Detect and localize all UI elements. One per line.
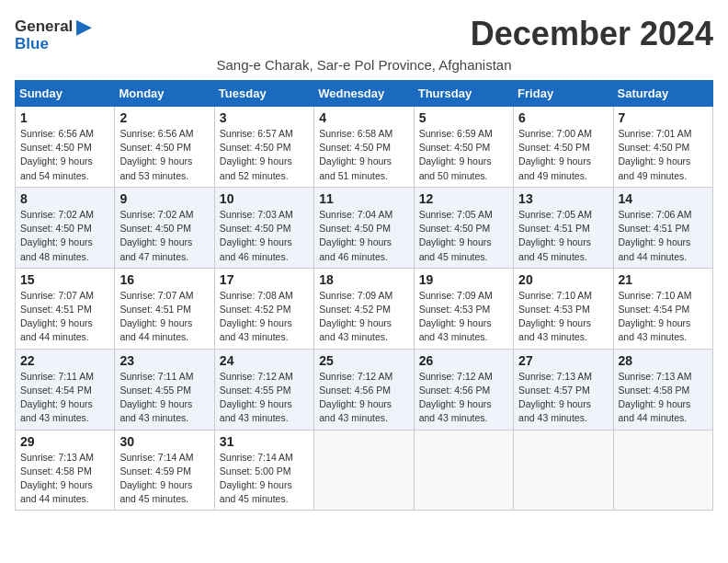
header: General ▶ Blue December 2024 [15,15,713,53]
day-info: Sunrise: 7:07 AM Sunset: 4:51 PM Dayligh… [119,289,209,345]
day-number: 13 [518,191,608,206]
day-info: Sunrise: 7:13 AM Sunset: 4:57 PM Dayligh… [518,370,608,426]
day-info: Sunrise: 7:14 AM Sunset: 4:59 PM Dayligh… [119,451,209,507]
day-number: 30 [119,434,209,449]
day-number: 16 [119,272,209,287]
day-number: 6 [518,110,608,125]
day-number: 1 [20,110,109,125]
day-info: Sunrise: 7:05 AM Sunset: 4:50 PM Dayligh… [419,208,508,264]
day-number: 21 [619,272,708,287]
header-thursday: Thursday [414,81,513,107]
day-info: Sunrise: 7:13 AM Sunset: 4:58 PM Dayligh… [619,370,708,426]
day-info: Sunrise: 7:10 AM Sunset: 4:54 PM Dayligh… [619,289,708,345]
calendar-body: 1 Sunrise: 6:56 AM Sunset: 4:50 PM Dayli… [16,107,713,511]
calendar-week-1: 1 Sunrise: 6:56 AM Sunset: 4:50 PM Dayli… [16,107,713,188]
day-number: 14 [619,191,708,206]
calendar-week-4: 22 Sunrise: 7:11 AM Sunset: 4:54 PM Dayl… [16,349,713,430]
calendar-cell: 26 Sunrise: 7:12 AM Sunset: 4:56 PM Dayl… [414,349,513,430]
calendar-cell: 5 Sunrise: 6:59 AM Sunset: 4:50 PM Dayli… [414,107,513,188]
calendar-week-2: 8 Sunrise: 7:02 AM Sunset: 4:50 PM Dayli… [16,187,713,268]
day-number: 19 [419,272,508,287]
page-container: General ▶ Blue December 2024 Sang-e Char… [15,15,713,511]
header-monday: Monday [115,81,214,107]
day-number: 11 [319,191,408,206]
day-info: Sunrise: 7:14 AM Sunset: 5:00 PM Dayligh… [220,451,309,507]
calendar-table: Sunday Monday Tuesday Wednesday Thursday… [15,80,713,511]
day-info: Sunrise: 7:02 AM Sunset: 4:50 PM Dayligh… [20,208,109,264]
day-info: Sunrise: 6:56 AM Sunset: 4:50 PM Dayligh… [20,127,109,183]
header-sunday: Sunday [16,81,115,107]
month-title: December 2024 [471,15,713,53]
calendar-cell: 14 Sunrise: 7:06 AM Sunset: 4:51 PM Dayl… [613,187,712,268]
day-number: 23 [119,353,209,368]
calendar-cell [514,430,613,511]
calendar-cell: 20 Sunrise: 7:10 AM Sunset: 4:53 PM Dayl… [514,268,613,349]
day-number: 24 [220,353,309,368]
day-info: Sunrise: 7:01 AM Sunset: 4:50 PM Dayligh… [619,127,708,183]
calendar-cell: 23 Sunrise: 7:11 AM Sunset: 4:55 PM Dayl… [115,349,214,430]
calendar-cell: 6 Sunrise: 7:00 AM Sunset: 4:50 PM Dayli… [514,107,613,188]
day-number: 3 [220,110,309,125]
day-number: 22 [20,353,109,368]
day-number: 4 [319,110,408,125]
calendar-cell: 10 Sunrise: 7:03 AM Sunset: 4:50 PM Dayl… [214,187,313,268]
day-info: Sunrise: 7:08 AM Sunset: 4:52 PM Dayligh… [220,289,309,345]
day-info: Sunrise: 6:57 AM Sunset: 4:50 PM Dayligh… [220,127,309,183]
day-info: Sunrise: 6:58 AM Sunset: 4:50 PM Dayligh… [319,127,408,183]
logo-area: General ▶ Blue [15,15,92,53]
calendar-cell [414,430,513,511]
day-number: 29 [20,434,109,449]
day-number: 25 [319,353,408,368]
calendar-cell: 29 Sunrise: 7:13 AM Sunset: 4:58 PM Dayl… [16,430,115,511]
location-title: Sang-e Charak, Sar-e Pol Province, Afgha… [15,57,713,73]
day-info: Sunrise: 7:03 AM Sunset: 4:50 PM Dayligh… [220,208,309,264]
calendar-cell: 9 Sunrise: 7:02 AM Sunset: 4:50 PM Dayli… [115,187,214,268]
day-number: 2 [119,110,209,125]
calendar-cell: 30 Sunrise: 7:14 AM Sunset: 4:59 PM Dayl… [115,430,214,511]
day-number: 9 [119,191,209,206]
calendar-cell: 12 Sunrise: 7:05 AM Sunset: 4:50 PM Dayl… [414,187,513,268]
day-info: Sunrise: 6:56 AM Sunset: 4:50 PM Dayligh… [119,127,209,183]
logo-blue: Blue [15,35,49,53]
day-info: Sunrise: 7:02 AM Sunset: 4:50 PM Dayligh… [119,208,209,264]
logo-general: General [15,17,73,36]
day-info: Sunrise: 7:11 AM Sunset: 4:55 PM Dayligh… [119,370,209,426]
calendar-cell: 4 Sunrise: 6:58 AM Sunset: 4:50 PM Dayli… [314,107,414,188]
header-wednesday: Wednesday [314,81,414,107]
header-saturday: Saturday [613,81,712,107]
days-header-row: Sunday Monday Tuesday Wednesday Thursday… [16,81,713,107]
calendar-cell: 15 Sunrise: 7:07 AM Sunset: 4:51 PM Dayl… [16,268,115,349]
day-number: 5 [419,110,508,125]
calendar-cell: 27 Sunrise: 7:13 AM Sunset: 4:57 PM Dayl… [514,349,613,430]
day-info: Sunrise: 7:04 AM Sunset: 4:50 PM Dayligh… [319,208,408,264]
day-number: 18 [319,272,408,287]
calendar-cell: 22 Sunrise: 7:11 AM Sunset: 4:54 PM Dayl… [16,349,115,430]
day-info: Sunrise: 7:13 AM Sunset: 4:58 PM Dayligh… [20,451,109,507]
day-info: Sunrise: 7:11 AM Sunset: 4:54 PM Dayligh… [20,370,109,426]
day-number: 27 [518,353,608,368]
calendar-cell: 25 Sunrise: 7:12 AM Sunset: 4:56 PM Dayl… [314,349,414,430]
day-info: Sunrise: 7:12 AM Sunset: 4:56 PM Dayligh… [319,370,408,426]
calendar-cell: 11 Sunrise: 7:04 AM Sunset: 4:50 PM Dayl… [314,187,414,268]
calendar-cell: 2 Sunrise: 6:56 AM Sunset: 4:50 PM Dayli… [115,107,214,188]
day-info: Sunrise: 7:12 AM Sunset: 4:55 PM Dayligh… [220,370,309,426]
day-info: Sunrise: 7:09 AM Sunset: 4:52 PM Dayligh… [319,289,408,345]
day-info: Sunrise: 7:05 AM Sunset: 4:51 PM Dayligh… [518,208,608,264]
day-number: 15 [20,272,109,287]
day-info: Sunrise: 6:59 AM Sunset: 4:50 PM Dayligh… [419,127,508,183]
calendar-cell: 8 Sunrise: 7:02 AM Sunset: 4:50 PM Dayli… [16,187,115,268]
calendar-cell: 7 Sunrise: 7:01 AM Sunset: 4:50 PM Dayli… [613,107,712,188]
day-number: 31 [220,434,309,449]
calendar-cell: 21 Sunrise: 7:10 AM Sunset: 4:54 PM Dayl… [613,268,712,349]
calendar-cell: 3 Sunrise: 6:57 AM Sunset: 4:50 PM Dayli… [214,107,313,188]
day-number: 12 [419,191,508,206]
calendar-cell: 13 Sunrise: 7:05 AM Sunset: 4:51 PM Dayl… [514,187,613,268]
calendar-cell: 19 Sunrise: 7:09 AM Sunset: 4:53 PM Dayl… [414,268,513,349]
calendar-cell: 28 Sunrise: 7:13 AM Sunset: 4:58 PM Dayl… [613,349,712,430]
day-number: 8 [20,191,109,206]
calendar-cell: 1 Sunrise: 6:56 AM Sunset: 4:50 PM Dayli… [16,107,115,188]
day-number: 20 [518,272,608,287]
header-friday: Friday [514,81,613,107]
logo-bird-icon: ▶ [76,15,92,39]
calendar-cell: 24 Sunrise: 7:12 AM Sunset: 4:55 PM Dayl… [214,349,313,430]
